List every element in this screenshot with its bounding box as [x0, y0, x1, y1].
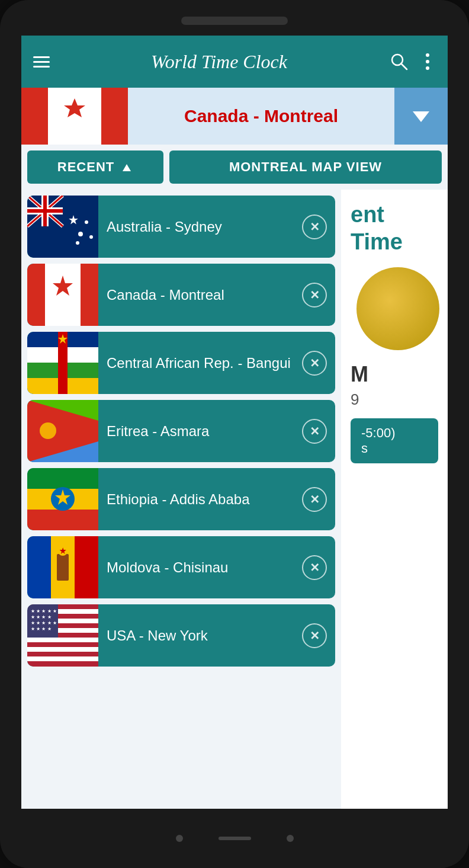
remove-item-button[interactable]: ✕	[302, 283, 327, 308]
svg-text:★ ★ ★ ★: ★ ★ ★ ★	[31, 614, 52, 620]
flag-moldova	[27, 536, 98, 598]
svg-rect-37	[27, 468, 98, 489]
action-bar: RECENT MONTREAL MAP VIEW	[21, 145, 448, 190]
list-item[interactable]: Central African Rep. - Bangui ✕	[27, 332, 335, 394]
dropdown-button[interactable]	[394, 88, 448, 145]
item-name: Central African Rep. - Bangui	[98, 354, 302, 372]
svg-rect-45	[57, 554, 69, 581]
time-text: M	[351, 362, 438, 387]
nav-back	[287, 835, 294, 842]
app-container: World Time Clock	[21, 36, 448, 809]
svg-rect-44	[75, 536, 98, 598]
selected-city-name: Canada - Montreal	[128, 106, 394, 126]
svg-point-20	[85, 220, 88, 224]
clock-circle	[356, 267, 439, 350]
svg-rect-25	[81, 264, 98, 326]
item-name: USA - New York	[98, 626, 302, 645]
recent-list: Australia - Sydney ✕ Canada - Montreal	[21, 190, 341, 809]
svg-rect-2	[21, 88, 48, 145]
svg-rect-52	[27, 638, 98, 642]
item-name: Eritrea - Asmara	[98, 422, 302, 440]
right-panel: ent Time M 9 -5:00)s	[341, 190, 448, 809]
svg-rect-39	[27, 510, 98, 530]
menu-button[interactable]	[33, 56, 50, 68]
app-header: World Time Clock	[21, 36, 448, 88]
svg-text:★ ★ ★ ★ ★: ★ ★ ★ ★ ★	[31, 620, 57, 626]
svg-rect-3	[48, 88, 101, 145]
item-name: Canada - Montreal	[98, 286, 302, 304]
flag-car	[27, 332, 98, 394]
app-title: World Time Clock	[59, 51, 379, 73]
flag-usa: ★ ★ ★ ★ ★ ★ ★ ★ ★ ★ ★ ★ ★ ★ ★ ★ ★ ★	[27, 604, 98, 667]
svg-rect-17	[27, 209, 63, 213]
list-item[interactable]: Moldova - Chisinau ✕	[27, 536, 335, 598]
phone-speaker	[181, 17, 288, 25]
remove-item-button[interactable]: ✕	[302, 419, 327, 444]
flag-ethiopia	[27, 468, 98, 530]
svg-rect-4	[101, 88, 128, 145]
svg-point-21	[89, 235, 93, 239]
list-item[interactable]: Eritrea - Asmara ✕	[27, 400, 335, 462]
selected-city-flag	[21, 88, 128, 145]
svg-point-36	[40, 422, 56, 439]
list-item[interactable]: Canada - Montreal ✕	[27, 264, 335, 326]
svg-text:★ ★ ★ ★: ★ ★ ★ ★	[31, 626, 52, 632]
svg-rect-23	[27, 264, 45, 326]
list-item[interactable]: ★ ★ ★ ★ ★ ★ ★ ★ ★ ★ ★ ★ ★ ★ ★ ★ ★ ★ USA …	[27, 604, 335, 667]
svg-line-1	[401, 63, 407, 69]
nav-home[interactable]	[219, 837, 251, 840]
item-name: Australia - Sydney	[98, 217, 302, 236]
remove-item-button[interactable]: ✕	[302, 623, 327, 648]
remove-item-button[interactable]: ✕	[302, 487, 327, 512]
phone-frame: 🔋 ✦ 📶 ▐▐ 100% ⚡ 6:29 PM World Time Clock	[0, 0, 469, 868]
remove-item-button[interactable]: ✕	[302, 214, 327, 239]
svg-rect-54	[27, 656, 98, 661]
dropdown-overlay: Australia - Sydney ✕ Canada - Montreal	[21, 190, 448, 809]
map-view-button[interactable]: MONTREAL MAP VIEW	[169, 150, 442, 184]
panel-title: ent Time	[351, 201, 438, 255]
timezone-badge: -5:00)s	[351, 418, 438, 463]
more-options-button[interactable]	[419, 51, 436, 72]
item-name: Moldova - Chisinau	[98, 558, 302, 576]
svg-point-19	[78, 232, 83, 236]
svg-point-22	[76, 241, 79, 245]
flag-canada	[27, 264, 98, 326]
remove-item-button[interactable]: ✕	[302, 351, 327, 376]
list-item[interactable]: Australia - Sydney ✕	[27, 196, 335, 258]
svg-rect-24	[45, 264, 81, 326]
selected-city-bar: Canada - Montreal	[21, 88, 448, 145]
remove-item-button[interactable]: ✕	[302, 555, 327, 580]
search-button[interactable]	[388, 51, 410, 72]
flag-australia	[27, 196, 98, 258]
list-item[interactable]: Ethiopia - Addis Ababa ✕	[27, 468, 335, 530]
flag-eritrea	[27, 400, 98, 462]
svg-marker-7	[123, 164, 131, 171]
map-view-label: MONTREAL MAP VIEW	[229, 159, 382, 175]
svg-rect-42	[27, 536, 51, 598]
recent-label: RECENT	[57, 159, 114, 175]
svg-text:★ ★ ★ ★ ★: ★ ★ ★ ★ ★	[31, 608, 57, 614]
item-name: Ethiopia - Addis Ababa	[98, 490, 302, 508]
svg-rect-53	[27, 647, 98, 652]
date-text: 9	[351, 390, 438, 409]
recent-button[interactable]: RECENT	[27, 150, 163, 184]
nav-dot	[176, 835, 183, 842]
svg-marker-6	[413, 111, 429, 122]
